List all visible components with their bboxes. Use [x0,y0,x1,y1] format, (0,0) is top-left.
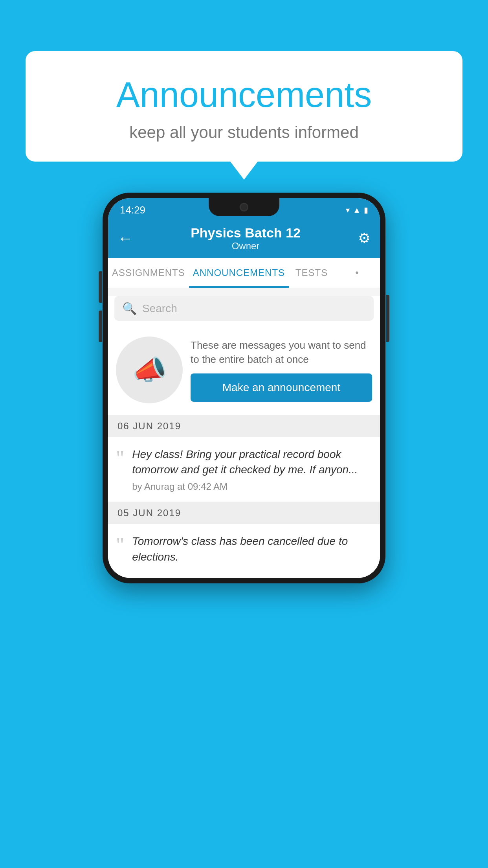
phone-btn-power [386,295,389,342]
search-icon: 🔍 [122,302,137,315]
announcement-text-1: Hey class! Bring your practical record b… [132,447,372,477]
promo-right: These are messages you want to send to t… [191,338,372,402]
announcement-item-2[interactable]: " Tomorrow's class has been cancelled du… [108,524,380,577]
announcement-item-1[interactable]: " Hey class! Bring your practical record… [108,437,380,502]
app-bar-title: Physics Batch 12 [133,225,358,241]
promo-section: 📣 These are messages you want to send to… [108,329,380,415]
bubble-subtitle: keep all your students informed [57,123,431,142]
status-time: 14:29 [120,204,145,216]
megaphone-icon: 📣 [132,354,167,386]
search-placeholder: Search [142,302,177,315]
date-separator-1: 06 JUN 2019 [108,415,380,437]
tab-more[interactable]: • [334,258,380,288]
search-bar[interactable]: 🔍 Search [114,296,374,321]
phone-mockup: 14:29 ▾ ▲ ▮ ← Physics Batch 12 Owner ⚙ [103,193,385,583]
quote-icon-1: " [116,448,124,469]
bubble-title: Announcements [57,75,431,115]
phone-screen: 14:29 ▾ ▲ ▮ ← Physics Batch 12 Owner ⚙ [108,198,380,578]
battery-icon: ▮ [364,205,368,215]
app-bar: ← Physics Batch 12 Owner ⚙ [108,219,380,258]
app-bar-center: Physics Batch 12 Owner [133,225,358,252]
back-button[interactable]: ← [117,230,133,247]
phone-outer: 14:29 ▾ ▲ ▮ ← Physics Batch 12 Owner ⚙ [103,193,385,583]
tab-assignments[interactable]: ASSIGNMENTS [108,258,189,288]
promo-description: These are messages you want to send to t… [191,338,372,367]
phone-camera [240,203,248,211]
phone-notch [209,198,279,216]
signal-icon: ▲ [353,206,361,215]
wifi-icon: ▾ [346,205,350,215]
tab-announcements[interactable]: ANNOUNCEMENTS [189,258,289,288]
date-separator-2: 05 JUN 2019 [108,502,380,524]
tab-tests[interactable]: TESTS [289,258,334,288]
content-area: 🔍 Search 📣 These are messages you want t… [108,296,380,578]
tabs-container: ASSIGNMENTS ANNOUNCEMENTS TESTS • [108,258,380,288]
promo-icon-circle: 📣 [116,337,183,403]
announcement-content-2: Tomorrow's class has been cancelled due … [132,533,372,568]
speech-bubble-section: Announcements keep all your students inf… [26,51,462,162]
phone-btn-volume-down [99,311,102,342]
speech-bubble-card: Announcements keep all your students inf… [26,51,462,162]
make-announcement-button[interactable]: Make an announcement [191,373,372,402]
quote-icon-2: " [116,535,124,555]
settings-icon[interactable]: ⚙ [358,230,371,246]
status-icons: ▾ ▲ ▮ [346,205,368,215]
phone-btn-volume-up [99,271,102,303]
announcement-text-2: Tomorrow's class has been cancelled due … [132,533,372,564]
app-bar-subtitle: Owner [133,241,358,252]
announcement-meta-1: by Anurag at 09:42 AM [132,481,372,492]
announcement-content-1: Hey class! Bring your practical record b… [132,447,372,492]
